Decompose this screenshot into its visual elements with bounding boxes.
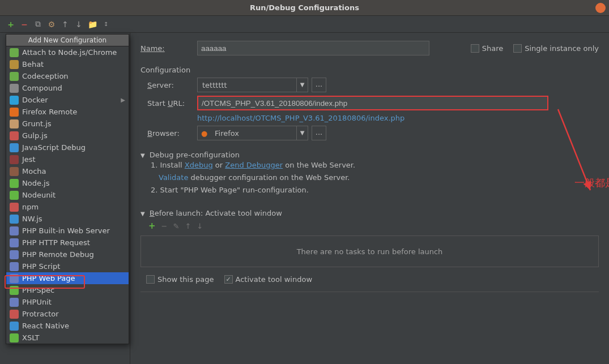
config-type-item[interactable]: npm bbox=[6, 201, 129, 213]
config-type-icon bbox=[10, 298, 19, 307]
firefox-icon: ● bbox=[201, 129, 210, 138]
config-toolbar: + − ⧉ ⚙ ↑ ↓ 📁 ↕ bbox=[0, 16, 609, 33]
title-bar: Run/Debug Configurations bbox=[0, 0, 609, 16]
config-type-item[interactable]: PHPSpec bbox=[6, 284, 129, 296]
resolved-url-link[interactable]: http://localhost/OTCMS_PHP_V3.61_2018080… bbox=[197, 114, 404, 122]
remove-icon[interactable]: − bbox=[19, 19, 29, 29]
settings-icon[interactable]: ⚙ bbox=[46, 19, 57, 29]
remove-task-icon[interactable]: − bbox=[161, 222, 168, 230]
server-browse-button[interactable]: ... bbox=[312, 78, 326, 92]
config-type-label: Docker bbox=[22, 96, 48, 104]
config-type-icon bbox=[10, 119, 19, 129]
config-type-icon bbox=[10, 60, 19, 69]
collapse-icon[interactable]: ↕ bbox=[101, 19, 111, 29]
config-type-item[interactable]: PHP Web Page bbox=[6, 272, 129, 284]
config-type-item[interactable]: Nodeunit bbox=[6, 189, 129, 201]
config-type-icon bbox=[10, 131, 19, 140]
expand-icon[interactable]: ▼ bbox=[140, 152, 145, 159]
config-type-label: NW.js bbox=[22, 215, 42, 223]
config-editor: Name: Share Single instance only Configu… bbox=[130, 33, 609, 364]
config-type-item[interactable]: Protractor bbox=[6, 308, 129, 320]
config-type-item[interactable]: Node.js bbox=[6, 177, 129, 189]
config-type-label: Node.js bbox=[22, 179, 49, 187]
add-config-popup: Add New Configuration Attach to Node.js/… bbox=[6, 34, 129, 344]
chevron-down-icon[interactable]: ▼ bbox=[296, 78, 308, 92]
config-type-label: PHP Web Page bbox=[22, 274, 75, 282]
config-type-label: Jest bbox=[22, 155, 36, 164]
before-launch-toolbar: + − ✎ ↑ ↓ bbox=[148, 221, 599, 231]
expand-icon[interactable]: ▼ bbox=[140, 211, 145, 217]
close-icon[interactable] bbox=[595, 3, 606, 13]
separator bbox=[140, 292, 599, 292]
config-type-label: Firefox Remote bbox=[22, 108, 77, 116]
zend-link[interactable]: Zend Debugger bbox=[225, 161, 283, 169]
config-type-item[interactable]: PHP HTTP Request bbox=[6, 237, 129, 249]
server-label: Server: bbox=[147, 81, 197, 89]
move-up-icon[interactable]: ↑ bbox=[185, 222, 191, 230]
add-task-icon[interactable]: + bbox=[148, 221, 156, 231]
config-type-icon bbox=[10, 262, 19, 271]
config-type-item[interactable]: PHPUnit bbox=[6, 296, 129, 308]
before-launch-list: There are no tasks to run before launch bbox=[140, 235, 599, 267]
config-type-item[interactable]: Codeception bbox=[6, 70, 129, 82]
config-type-item[interactable]: Gulp.js bbox=[6, 130, 129, 142]
move-down-icon[interactable]: ↓ bbox=[197, 222, 203, 230]
start-url-input[interactable] bbox=[197, 96, 548, 110]
server-combo[interactable]: tetttttt ▼ bbox=[197, 78, 308, 92]
folder-icon[interactable]: 📁 bbox=[87, 19, 97, 29]
config-type-item[interactable]: JavaScript Debug bbox=[6, 142, 129, 153]
config-type-label: XSLT bbox=[22, 333, 40, 342]
share-checkbox[interactable] bbox=[471, 44, 479, 53]
xdebug-link[interactable]: Xdebug bbox=[185, 161, 213, 169]
config-type-icon bbox=[10, 333, 19, 342]
config-type-item[interactable]: Firefox Remote bbox=[6, 106, 129, 118]
config-type-icon bbox=[10, 215, 19, 224]
config-type-item[interactable]: Attach to Node.js/Chrome bbox=[6, 46, 129, 58]
config-type-label: PHPUnit bbox=[22, 298, 52, 306]
name-input[interactable] bbox=[197, 41, 429, 55]
show-page-checkbox[interactable] bbox=[146, 275, 155, 284]
debug-preconfig-title: Debug pre-configuration bbox=[150, 151, 240, 159]
validate-link[interactable]: Validate bbox=[159, 173, 188, 182]
config-type-item[interactable]: Grunt.js bbox=[6, 118, 129, 130]
config-type-icon bbox=[10, 322, 19, 331]
config-type-label: Nodeunit bbox=[22, 191, 56, 199]
config-type-item[interactable]: Compound bbox=[6, 82, 129, 94]
browser-browse-button[interactable]: ... bbox=[312, 126, 326, 140]
config-type-item[interactable]: PHP Remote Debug bbox=[6, 249, 129, 260]
config-type-item[interactable]: Behat bbox=[6, 58, 129, 70]
down-icon[interactable]: ↓ bbox=[74, 19, 84, 29]
debug-validate-line: Validate debugger configuration on the W… bbox=[159, 172, 599, 184]
copy-icon[interactable]: ⧉ bbox=[33, 19, 43, 29]
config-type-icon bbox=[10, 274, 19, 283]
config-type-icon bbox=[10, 96, 19, 105]
config-type-icon bbox=[10, 167, 19, 176]
config-type-label: JavaScript Debug bbox=[22, 143, 86, 152]
config-type-icon bbox=[10, 250, 19, 259]
config-type-item[interactable]: NW.js bbox=[6, 213, 129, 225]
config-type-icon bbox=[10, 238, 19, 247]
config-type-icon bbox=[10, 191, 19, 200]
browser-combo[interactable]: ● Firefox ▼ bbox=[197, 126, 308, 140]
add-icon[interactable]: + bbox=[6, 19, 16, 29]
share-label: Share bbox=[482, 44, 504, 53]
config-type-item[interactable]: React Native bbox=[6, 320, 129, 332]
config-type-item[interactable]: Mocha bbox=[6, 165, 129, 177]
config-type-item[interactable]: Jest bbox=[6, 153, 129, 165]
config-type-item[interactable]: PHP Script bbox=[6, 260, 129, 272]
single-instance-checkbox[interactable] bbox=[513, 44, 522, 53]
config-type-item[interactable]: XSLT bbox=[6, 332, 129, 344]
config-type-item[interactable]: Docker▶ bbox=[6, 94, 129, 106]
config-type-label: Mocha bbox=[22, 167, 46, 175]
edit-task-icon[interactable]: ✎ bbox=[173, 222, 179, 230]
config-type-icon bbox=[10, 143, 19, 152]
show-page-label: Show this page bbox=[157, 275, 214, 284]
configuration-section-title: Configuration bbox=[140, 66, 599, 74]
chevron-down-icon[interactable]: ▼ bbox=[296, 126, 308, 140]
config-type-item[interactable]: PHP Built-in Web Server bbox=[6, 225, 129, 237]
up-icon[interactable]: ↑ bbox=[60, 19, 70, 29]
debug-step-1: 1. Install Xdebug or Zend Debugger on th… bbox=[151, 159, 599, 172]
name-label: Name: bbox=[140, 44, 197, 53]
single-instance-label: Single instance only bbox=[525, 44, 599, 53]
activate-tool-checkbox[interactable] bbox=[224, 275, 233, 284]
